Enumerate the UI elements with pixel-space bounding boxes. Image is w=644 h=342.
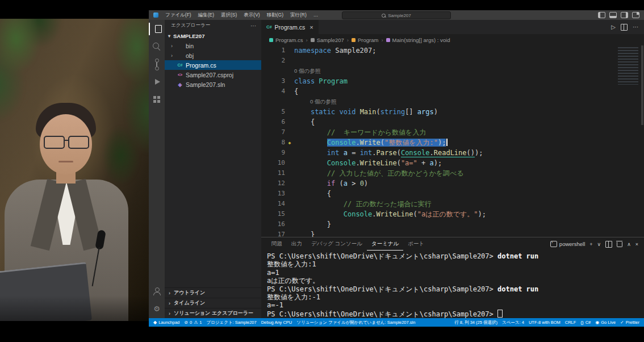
project-root[interactable]: ▾ SAMPLE207: [165, 31, 261, 41]
status-eol[interactable]: CRLF: [565, 320, 576, 325]
extensions-icon[interactable]: [149, 94, 165, 105]
code-line: 0 個の参照: [261, 97, 644, 107]
code-text: int a = int.Parse(Console.ReadLine());: [294, 148, 483, 158]
line-number: 13: [261, 189, 285, 199]
tree-item[interactable]: ›obj: [165, 51, 261, 60]
panel-tab[interactable]: ポート: [403, 237, 429, 251]
csproj-icon: <>: [176, 73, 184, 77]
split-terminal-icon[interactable]: [605, 241, 612, 248]
status-bar: ◆Launchpad⊘0⚠1プロジェクト: Sample207Debug Any…: [149, 318, 644, 327]
glasses: [42, 136, 91, 149]
menu-item[interactable]: 編集(E): [195, 12, 218, 19]
terminal-line: 整数値を入力:1: [267, 260, 644, 268]
tree-item[interactable]: C#Program.cs: [165, 60, 261, 70]
account-icon[interactable]: [149, 286, 165, 297]
terminal-line: PS C:\Users\shift\OneDrive\ドキュメント\csharp…: [267, 285, 644, 293]
menu-item[interactable]: 実行(R): [287, 12, 310, 19]
kill-terminal-icon[interactable]: [617, 242, 622, 247]
namespace-symbol-icon: [311, 38, 315, 42]
run-debug-icon[interactable]: [149, 77, 165, 87]
sidebar-section[interactable]: ›タイムライン: [165, 298, 261, 308]
status-label: CRLF: [565, 320, 576, 325]
explorer-icon[interactable]: [149, 24, 165, 34]
sidebar-section[interactable]: ›ソリューション エクスプローラー: [165, 308, 261, 318]
panel-tab[interactable]: デバッグ コンソール: [307, 237, 367, 251]
settings-icon[interactable]: [149, 303, 165, 314]
errors-count: 0: [190, 320, 192, 325]
csharp-file-icon: C#: [266, 24, 272, 30]
run-code-icon[interactable]: ▷: [611, 24, 616, 30]
breadcrumb-class[interactable]: Program: [352, 37, 378, 43]
breadcrumb-separator: ›: [381, 37, 383, 43]
menu-item[interactable]: …: [310, 12, 322, 19]
menu-item[interactable]: 表示(V): [240, 12, 263, 19]
status-cursor-position[interactable]: 行 8, 列 34 (25 個選択): [454, 320, 497, 326]
project-root-label: SAMPLE207: [173, 33, 204, 39]
new-terminal-icon[interactable]: +: [589, 241, 592, 247]
breadcrumb-method[interactable]: Main(string[] args) : void: [386, 37, 450, 43]
panel-tab[interactable]: ターミナル: [367, 237, 403, 251]
status-problems[interactable]: ⊘0⚠1: [184, 320, 202, 325]
toggle-sidebar-icon[interactable]: [598, 12, 605, 18]
line-number: 1: [261, 45, 285, 56]
activity-bar: [149, 20, 165, 318]
menu-item[interactable]: 移動(G): [264, 12, 287, 19]
status-right: 行 8, 列 34 (25 個選択)スペース: 4UTF-8 with BOMC…: [454, 320, 639, 326]
status-prettier[interactable]: ✓Prettier: [620, 320, 639, 325]
status-encoding[interactable]: UTF-8 with BOM: [529, 320, 561, 325]
status-solution[interactable]: ソリューション ファイルが開かれていません: Sample207.sln: [296, 320, 415, 326]
snippet-marker-icon: ◆: [288, 140, 291, 145]
line-number: 5: [261, 107, 285, 117]
activity-bar-bottom: [149, 286, 165, 318]
status-build-config[interactable]: Debug Any CPU: [261, 320, 292, 325]
menu-item[interactable]: ファイル(F): [162, 12, 195, 19]
panel-tab[interactable]: 出力: [287, 237, 307, 251]
codelens-references[interactable]: 0 個の参照: [294, 97, 336, 107]
code-line: 3class Program: [261, 76, 644, 86]
codelens-references[interactable]: 0 個の参照: [294, 66, 320, 76]
breadcrumb-namespace[interactable]: Sample207: [311, 37, 344, 43]
class-symbol-icon: [352, 38, 356, 42]
sidebar-section[interactable]: ›アウトライン: [165, 287, 261, 298]
tree-item[interactable]: ◈Sample207.sln: [165, 80, 261, 89]
line-number: 6: [261, 117, 285, 127]
tree-item[interactable]: ›bin: [165, 41, 261, 51]
toggle-panel-icon[interactable]: [609, 12, 617, 18]
status-indentation[interactable]: スペース: 4: [502, 320, 524, 326]
panel-actions: powershell + ∨ ∧ ×: [550, 241, 638, 248]
toggle-secondary-sidebar-icon[interactable]: [621, 12, 628, 18]
code-line: 9 int a = int.Parse(Console.ReadLine());: [261, 148, 644, 158]
glasses-bridge: [64, 140, 69, 141]
status-project[interactable]: プロジェクト: Sample207: [207, 320, 257, 326]
customize-layout-icon[interactable]: [632, 12, 639, 18]
terminal-output[interactable]: PS C:\Users\shift\OneDrive\ドキュメント\csharp…: [261, 251, 644, 318]
source-control-icon[interactable]: [149, 59, 165, 69]
status-language[interactable]: {}C#: [580, 320, 591, 325]
shell-dropdown-icon[interactable]: ∨: [597, 241, 601, 247]
status-go-live[interactable]: ◉Go Live: [595, 320, 616, 325]
section-label: アウトライン: [174, 289, 205, 297]
maximize-panel-icon[interactable]: ∧: [627, 241, 631, 247]
close-panel-icon[interactable]: ×: [635, 241, 638, 247]
menu-item[interactable]: 選択(S): [218, 12, 240, 19]
code-editor[interactable]: 1namespace Sample207;20 個の参照3class Progr…: [261, 45, 644, 237]
search-icon[interactable]: [149, 41, 165, 52]
explorer-sidebar: エクスプローラー ··· ▾ SAMPLE207 ›bin›objC#Progr…: [165, 20, 261, 318]
minimap[interactable]: [618, 47, 638, 85]
more-editor-actions-icon[interactable]: ···: [633, 24, 638, 30]
status-label: Launchpad: [158, 320, 179, 325]
close-tab-icon[interactable]: ×: [310, 24, 313, 31]
status-launchpad[interactable]: ◆Launchpad: [153, 320, 179, 325]
command-center-search[interactable]: Sample207: [342, 11, 451, 19]
status-left: ◆Launchpad⊘0⚠1プロジェクト: Sample207Debug Any…: [153, 320, 415, 326]
split-editor-icon[interactable]: [621, 24, 628, 31]
code-text: Console.WriteLine("a=" + a);: [294, 158, 442, 168]
tree-item[interactable]: <>Sample207.csproj: [165, 70, 261, 80]
shell-selector[interactable]: powershell: [550, 241, 585, 247]
more-actions-icon[interactable]: ···: [250, 23, 256, 29]
cs-icon: C#: [176, 63, 184, 67]
tab-program-cs[interactable]: C# Program.cs ×: [261, 20, 319, 34]
panel-tab[interactable]: 問題: [267, 237, 287, 251]
code-line: 11 // 入力した値が、正の数かどうかを調べる: [261, 168, 644, 178]
breadcrumb-file[interactable]: Program.cs: [269, 37, 303, 43]
